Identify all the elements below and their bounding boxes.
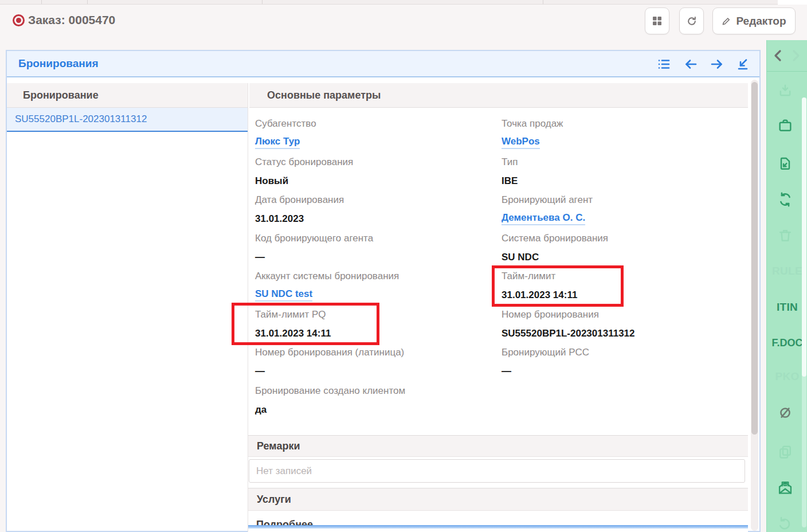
field-value: Новый <box>255 175 492 187</box>
bookings-panel: Бронирования <box>6 50 761 532</box>
subagency-link[interactable]: Люкс Тур <box>255 135 300 149</box>
document-export-icon[interactable] <box>777 156 793 172</box>
params-left-column: Субагентство Люкс Тур Статус бронировани… <box>255 118 492 423</box>
field-label: Код бронирующего агента <box>255 232 492 245</box>
editor-button-label: Редактор <box>736 15 786 28</box>
envelope-icon[interactable] <box>777 480 793 496</box>
field-label: Тип <box>502 156 739 169</box>
sidebar-scrollbar-track <box>802 97 806 527</box>
field-agent-code: Код бронирующего агента — <box>255 232 492 271</box>
booking-agent-link[interactable]: Дементьева О. С. <box>502 212 585 225</box>
field-label: Точка продаж <box>502 118 739 130</box>
grid-view-button[interactable] <box>645 7 669 34</box>
field-label: Бронирующий PCC <box>502 346 739 359</box>
field-value: SU55520BP1L-202301311312 <box>502 327 739 340</box>
params-scrollbar-track <box>751 80 758 531</box>
field-label: Бронирование создано клиентом <box>255 385 492 397</box>
field-value: SU NDC <box>502 251 739 264</box>
app-window: Заказ: 0005470 Редактор Бронирования <box>0 0 807 532</box>
remarks-empty-state: Нет записей <box>249 459 745 483</box>
field-booking-pcc: Бронирующий PCC — <box>502 346 739 385</box>
field-label: Аккаунт системы бронирования <box>255 270 492 283</box>
field-value: — <box>255 251 492 264</box>
dock-arrow-icon[interactable] <box>736 57 750 71</box>
field-label: Бронирующий агент <box>502 194 739 206</box>
arrow-left-icon[interactable] <box>684 57 698 71</box>
action-sidebar: RULE ITIN F.DOC PKO <box>766 40 807 532</box>
field-booking-status: Статус бронирования Новый <box>255 156 492 194</box>
void-icon[interactable] <box>777 405 793 421</box>
field-value: — <box>502 365 739 378</box>
field-type: Тип IBE <box>502 156 739 194</box>
field-booking-system: Система бронирования SU NDC <box>502 232 739 271</box>
field-subagency: Субагентство Люкс Тур <box>255 118 492 156</box>
field-label: Дата бронирования <box>255 194 492 206</box>
params-scrollbar-thumb[interactable] <box>751 82 758 435</box>
booking-column-header: Бронирование <box>7 83 248 108</box>
sidebar-item-itin[interactable]: ITIN <box>767 300 807 314</box>
field-value: да <box>255 404 492 416</box>
grid-icon <box>652 16 662 26</box>
field-timelimit-pq: Тайм-лимит PQ 31.01.2023 14:11 <box>255 308 492 347</box>
sidebar-item-pko[interactable]: PKO <box>767 370 807 384</box>
field-label: Система бронирования <box>502 232 739 245</box>
column-divider <box>248 83 248 532</box>
chevron-left-icon[interactable] <box>771 49 785 62</box>
order-bullseye-icon <box>13 14 25 26</box>
tab-separator <box>87 0 88 4</box>
import-icon[interactable] <box>777 83 793 99</box>
refresh-icon <box>686 15 698 27</box>
order-title: Заказ: 0005470 <box>28 13 115 27</box>
field-value: — <box>255 365 492 378</box>
sidebar-header <box>767 40 807 72</box>
field-value: IBE <box>502 175 739 187</box>
editor-button[interactable]: Редактор <box>712 7 796 34</box>
panel-title: Бронирования <box>18 51 98 76</box>
field-timelimit: Тайм-лимит 31.01.2023 14:11 <box>502 270 739 308</box>
field-booking-number-latin: Номер бронирования (латиница) — <box>255 346 492 385</box>
sidebar-scrollbar-thumb[interactable] <box>802 97 806 377</box>
field-label: Субагентство <box>255 118 492 130</box>
pos-link[interactable]: WebPos <box>502 135 540 149</box>
active-tab-stub <box>778 0 807 5</box>
copy-icon[interactable] <box>777 444 793 460</box>
refresh-button[interactable] <box>679 7 704 34</box>
tab-separator <box>543 0 543 4</box>
field-value: 31.01.2023 14:11 <box>255 327 492 340</box>
top-tab-strip <box>0 0 807 5</box>
rotate-icon[interactable] <box>777 515 793 531</box>
tab-separator <box>41 0 42 4</box>
clipped-row-mask <box>248 529 748 532</box>
field-label: Тайм-лимит <box>502 270 739 283</box>
arrow-right-icon[interactable] <box>710 57 724 71</box>
tab-separator <box>262 0 263 4</box>
bookings-panel-header: Бронирования <box>7 51 759 77</box>
sync-icon[interactable] <box>777 191 793 208</box>
field-booking-date: Дата бронирования 31.01.2023 <box>255 194 492 232</box>
field-pos: Точка продаж WebPos <box>502 118 739 156</box>
field-booking-number: Номер бронирования SU55520BP1L-202301311… <box>502 308 739 347</box>
services-section-header: Услуги <box>248 488 748 511</box>
params-column-header: Основные параметры <box>249 83 748 108</box>
sidebar-item-fdoc[interactable]: F.DOC <box>767 336 807 350</box>
briefcase-icon[interactable] <box>777 118 793 134</box>
field-booking-agent: Бронирующий агент Дементьева О. С. <box>502 194 739 232</box>
sidebar-item-rule[interactable]: RULE <box>767 264 807 278</box>
field-system-account: Аккаунт системы бронирования SU NDC test <box>255 270 492 308</box>
system-account-link[interactable]: SU NDC test <box>255 288 312 302</box>
list-icon[interactable] <box>657 57 671 71</box>
remarks-section-header: Ремарки <box>248 435 748 457</box>
field-label: Номер бронирования <box>502 308 739 321</box>
trash-icon[interactable] <box>777 228 793 244</box>
field-value: 31.01.2023 14:11 <box>502 289 739 302</box>
booking-list-item-selected[interactable]: SU55520BP1L-202301311312 <box>7 108 248 132</box>
pencil-icon <box>722 17 731 26</box>
field-label: Тайм-лимит PQ <box>255 308 492 321</box>
params-right-column: Точка продаж WebPos Тип IBE Бронирующий … <box>502 118 739 385</box>
field-created-by-client: Бронирование создано клиентом да <box>255 385 492 423</box>
field-value: 31.01.2023 <box>255 213 492 225</box>
field-label: Статус бронирования <box>255 156 492 169</box>
field-label: Номер бронирования (латиница) <box>255 346 492 359</box>
chevron-right-icon[interactable] <box>789 49 802 62</box>
